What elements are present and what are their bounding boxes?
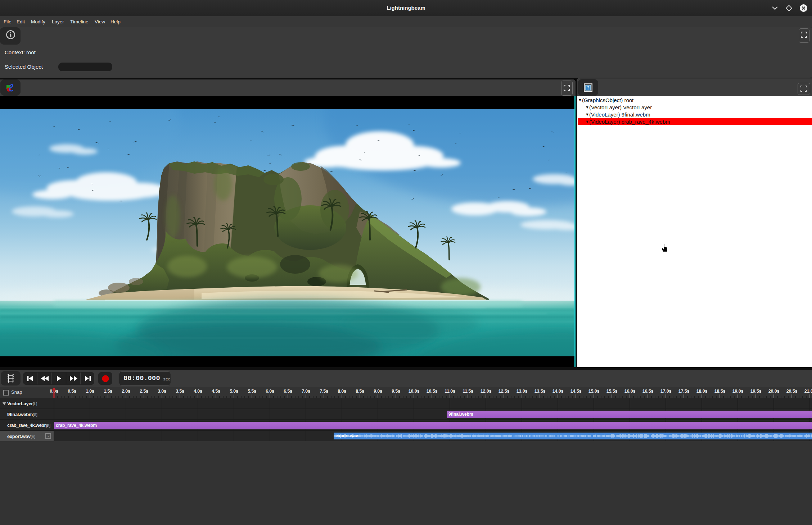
svg-text:?: ? bbox=[587, 86, 589, 91]
